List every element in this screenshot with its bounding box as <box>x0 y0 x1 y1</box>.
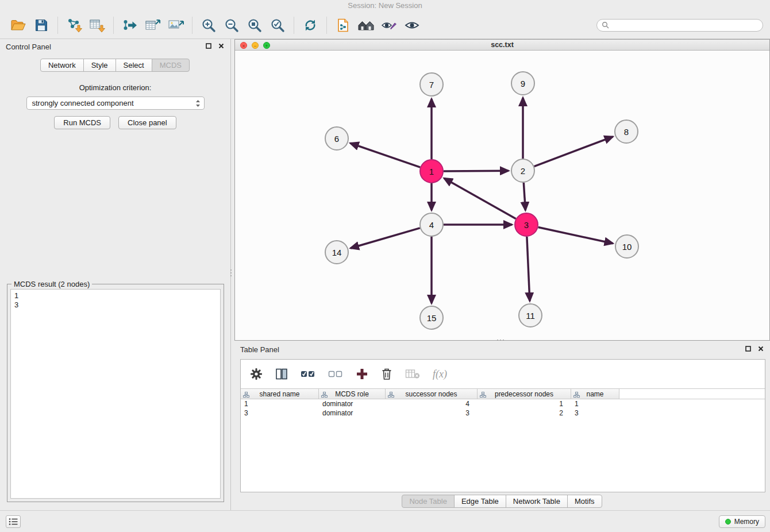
save-floppy-icon <box>34 18 48 32</box>
graph-edge-2-8[interactable] <box>534 137 613 167</box>
float-table-panel-button[interactable] <box>745 345 752 352</box>
column-header-predecessor-nodes[interactable]: predecessor nodes <box>478 389 571 399</box>
result-line[interactable]: 1 <box>14 291 217 300</box>
table-cell[interactable]: 4 <box>386 399 478 408</box>
global-search-field[interactable] <box>596 19 763 32</box>
toolbar-separator <box>57 17 58 34</box>
search-input[interactable] <box>612 21 758 29</box>
import-table-button[interactable] <box>86 14 109 37</box>
graph-node-label: 9 <box>521 79 525 88</box>
table-cell[interactable]: dominator <box>319 399 386 408</box>
table-cell[interactable]: 2 <box>478 408 571 418</box>
column-header-label: MCDS role <box>335 390 369 398</box>
list-icon <box>9 518 18 526</box>
tab-node-table[interactable]: Node Table <box>402 495 455 508</box>
graph-node-6[interactable]: 6 <box>325 127 348 150</box>
graph-edge-2-3[interactable] <box>523 183 525 210</box>
table-row[interactable]: 1dominator411 <box>241 399 765 408</box>
graph-edge-1-6[interactable] <box>351 143 421 167</box>
tab-network-table[interactable]: Network Table <box>506 495 568 508</box>
result-line[interactable]: 3 <box>14 300 217 310</box>
table-cell[interactable]: 3 <box>241 408 319 418</box>
table-settings-button[interactable] <box>250 368 263 380</box>
table-cell[interactable]: 1 <box>478 399 571 408</box>
close-panel-button-mcds[interactable]: Close panel <box>118 116 176 129</box>
zoom-in-button[interactable] <box>197 14 220 37</box>
graph-node-2[interactable]: 2 <box>511 159 534 182</box>
column-header-label: predecessor nodes <box>495 390 553 398</box>
graph-node-4[interactable]: 4 <box>420 213 443 236</box>
graph-edge-4-14[interactable] <box>351 228 420 248</box>
close-panel-button[interactable] <box>218 43 225 49</box>
delete-table-button[interactable] <box>405 368 420 380</box>
graph-edge-3-1[interactable] <box>444 178 516 218</box>
column-header-name[interactable]: name <box>571 389 619 399</box>
control-panel: Control Panel Network Style Select MCDS … <box>0 39 231 510</box>
graph-node-14[interactable]: 14 <box>325 241 348 264</box>
mcds-result-list[interactable]: 13 <box>10 289 221 499</box>
export-network-button[interactable] <box>118 14 141 37</box>
panel-splitter-handle[interactable] <box>230 265 232 280</box>
graph-edge-3-10[interactable] <box>538 228 613 244</box>
table-row[interactable]: 3dominator323 <box>241 408 765 418</box>
table-panel: Table Panel <box>234 342 770 510</box>
zoom-out-button[interactable] <box>220 14 243 37</box>
graph-node-10[interactable]: 10 <box>615 235 638 258</box>
zoom-fit-button[interactable] <box>243 14 266 37</box>
graph-edge-3-11[interactable] <box>527 237 530 301</box>
column-header-shared-name[interactable]: shared name <box>241 389 319 399</box>
graph-node-7[interactable]: 7 <box>420 73 443 96</box>
network-graph[interactable]: 7968124314101511 <box>235 51 769 341</box>
table-cell[interactable]: dominator <box>319 408 386 418</box>
graph-node-3[interactable]: 3 <box>515 213 538 236</box>
graph-node-11[interactable]: 11 <box>519 304 542 327</box>
mcds-result-title: MCDS result (2 nodes) <box>11 280 92 288</box>
graph-node-8[interactable]: 8 <box>615 120 638 143</box>
close-table-panel-button[interactable] <box>757 345 764 352</box>
show-hide-button[interactable] <box>401 14 424 37</box>
tab-style[interactable]: Style <box>83 59 116 72</box>
task-history-button[interactable] <box>6 515 21 528</box>
tab-motifs[interactable]: Motifs <box>567 495 602 508</box>
column-header-MCDS-role[interactable]: MCDS role <box>319 389 386 399</box>
criterion-dropdown[interactable]: strongly connected component <box>26 97 205 110</box>
table-cell[interactable]: 3 <box>386 408 478 418</box>
houses-button[interactable] <box>355 14 378 37</box>
delete-column-button[interactable] <box>381 368 392 380</box>
deselect-all-button[interactable] <box>328 369 343 379</box>
table-cell[interactable]: 1 <box>241 399 319 408</box>
column-type-icon <box>321 391 328 399</box>
tab-edge-table[interactable]: Edge Table <box>454 495 506 508</box>
column-header-successor-nodes[interactable]: successor nodes <box>386 389 478 399</box>
float-panel-button[interactable] <box>205 43 212 49</box>
graph-node-15[interactable]: 15 <box>420 306 443 329</box>
graph-edge-1-2[interactable] <box>444 171 509 171</box>
network-canvas[interactable]: 7968124314101511 <box>235 51 769 340</box>
tab-select[interactable]: Select <box>116 59 152 72</box>
memory-button[interactable]: Memory <box>719 515 765 528</box>
import-network-button[interactable] <box>63 14 86 37</box>
network-window-titlebar[interactable]: × − + scc.txt <box>235 40 769 51</box>
select-all-button[interactable] <box>301 369 315 379</box>
graph-node-1[interactable]: 1 <box>420 160 443 183</box>
network-document-button[interactable] <box>332 14 355 37</box>
table-cell[interactable]: 3 <box>571 408 619 418</box>
add-column-button[interactable] <box>356 368 368 380</box>
refresh-layout-button[interactable] <box>299 14 322 37</box>
export-table-button[interactable] <box>141 14 164 37</box>
show-columns-button[interactable] <box>275 368 288 380</box>
table-cell[interactable]: 1 <box>571 399 619 408</box>
table-splitter-handle[interactable] <box>493 339 508 341</box>
graph-node-9[interactable]: 9 <box>511 72 534 95</box>
zoom-selected-button[interactable] <box>266 14 289 37</box>
graphics-details-button[interactable] <box>378 14 401 37</box>
save-session-button[interactable] <box>30 14 53 37</box>
run-mcds-button[interactable]: Run MCDS <box>54 116 110 129</box>
function-builder-button[interactable]: f(x) <box>433 368 447 380</box>
memory-status-dot <box>725 519 731 525</box>
tab-network[interactable]: Network <box>40 59 84 72</box>
open-session-button[interactable] <box>7 14 30 37</box>
tab-mcds[interactable]: MCDS <box>152 59 190 72</box>
export-image-button[interactable] <box>164 14 187 37</box>
network-view-window: × − + scc.txt 7968124314101511 <box>234 39 770 341</box>
